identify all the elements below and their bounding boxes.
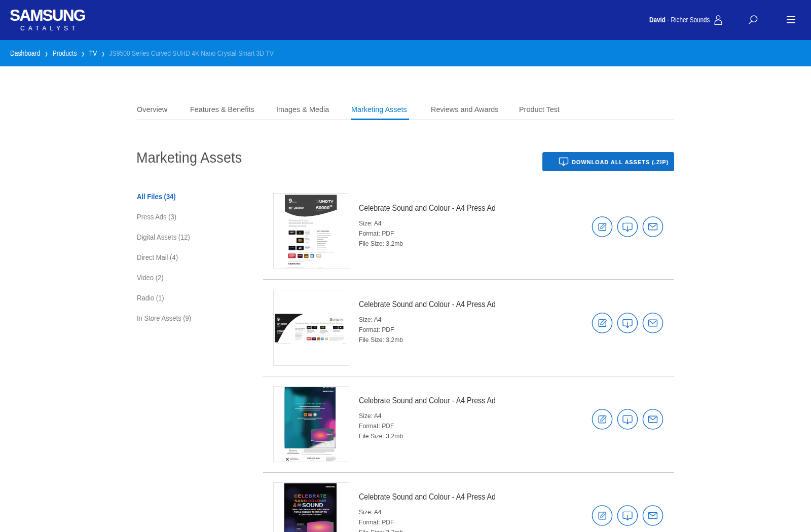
svg-text:2400: 2400 xyxy=(289,232,294,234)
svg-text:N: N xyxy=(314,326,316,329)
svg-text:SAMSUNG: SAMSUNG xyxy=(326,486,336,488)
svg-text:Sensational Colour: Sensational Colour xyxy=(289,219,309,222)
svg-text:360: 360 xyxy=(298,504,301,506)
svg-text:9: 9 xyxy=(289,198,292,204)
svg-text:UHDTV: UHDTV xyxy=(333,318,344,321)
svg-text:£1,000 EVERY WEEK*: £1,000 EVERY WEEK* xyxy=(299,513,322,516)
svg-text:0345 6788 9000: 0345 6788 9000 xyxy=(307,458,320,460)
svg-text:Striking Contrast: Striking Contrast xyxy=(289,225,307,227)
svg-text:SAMSUNG: SAMSUNG xyxy=(322,391,334,393)
svg-text:65" JS9500: 65" JS9500 xyxy=(289,206,305,209)
svg-text:SUHDTV: SUHDTV xyxy=(326,434,333,436)
svg-text:N: N xyxy=(299,231,301,234)
svg-text:Sensational Colour - Spectacul: Sensational Colour - Spectacular Brightn… xyxy=(296,322,342,324)
svg-text:KEY FEATURES: KEY FEATURES xyxy=(296,328,305,329)
svg-text:SUHD: SUHD xyxy=(290,247,295,249)
svg-text:&: & xyxy=(293,503,297,508)
svg-text:£0000: £0000 xyxy=(316,205,329,210)
svg-text:UHD: UHD xyxy=(297,528,301,530)
svg-text:KEY FEATURES: KEY FEATURES xyxy=(317,231,329,233)
svg-text:UHDTV: UHDTV xyxy=(290,450,298,452)
svg-text:Series: Series xyxy=(292,201,297,203)
svg-text:Series: Series xyxy=(280,319,284,321)
svg-text:SUHD: SUHD xyxy=(334,327,337,328)
svg-text:£0000: £0000 xyxy=(277,330,284,333)
svg-text:UHDTV: UHDTV xyxy=(319,199,334,204)
svg-text:00: 00 xyxy=(284,330,286,332)
svg-text:SOUND: SOUND xyxy=(302,502,323,508)
svg-text:65" JS9500: 65" JS9500 xyxy=(277,323,287,325)
svg-text:00: 00 xyxy=(330,205,333,208)
svg-text:SUHDTV: SUHDTV xyxy=(297,523,304,525)
svg-text:SAMSUNG: SAMSUNG xyxy=(288,262,301,265)
svg-text:Spectacular Brightness: Spectacular Brightness xyxy=(289,222,314,224)
svg-text:CELEBRATE: CELEBRATE xyxy=(294,493,327,499)
svg-text:2400: 2400 xyxy=(307,327,311,329)
svg-text:9 SERIES CURVED SUHD TV: 9 SERIES CURVED SUHD TV xyxy=(294,403,326,405)
